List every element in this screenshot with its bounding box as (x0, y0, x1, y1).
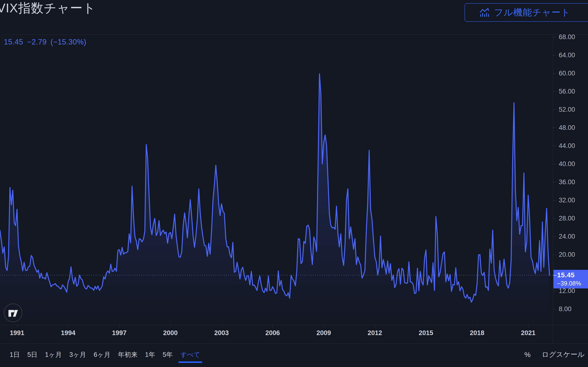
percent-scale-toggle[interactable]: % (524, 351, 531, 359)
y-axis-label: 48.00 (559, 124, 575, 132)
x-axis-label: 2021 (521, 329, 535, 337)
range-button[interactable]: 1ヶ月 (44, 350, 62, 359)
x-axis-tick (375, 325, 375, 327)
range-toolbar: 1日5日1ヶ月3ヶ月6ヶ月年初来1年5年すべて (9, 348, 201, 361)
x-axis-tick (528, 325, 529, 327)
range-button[interactable]: 5年 (162, 350, 173, 359)
y-axis-label: 44.00 (559, 142, 575, 150)
y-axis-tick (553, 37, 556, 37)
x-axis-label: 2003 (214, 329, 229, 337)
price-axis-badge: 15.45 −39.08% (554, 270, 588, 288)
y-axis-tick (553, 200, 556, 200)
active-range-underline (178, 361, 202, 363)
x-axis-tick (426, 325, 426, 327)
y-axis-label: 52.00 (559, 106, 575, 113)
x-axis-label: 2018 (470, 329, 484, 337)
x-axis-tick (324, 325, 324, 327)
chart-line-icon (479, 7, 490, 18)
y-axis-label: 20.00 (559, 251, 575, 259)
y-axis-tick (553, 146, 556, 146)
x-axis-tick (222, 325, 222, 327)
y-axis-label: 24.00 (559, 233, 575, 240)
x-axis-label: 2000 (163, 329, 178, 337)
x-axis-tick (477, 325, 477, 327)
y-axis-tick (553, 55, 556, 55)
range-button[interactable]: 6ヶ月 (93, 350, 111, 359)
y-axis-tick (553, 236, 556, 237)
y-axis-label: 36.00 (559, 178, 575, 186)
toolbar-divider (0, 343, 588, 343)
y-axis-tick (553, 73, 556, 74)
scale-controls: % ログスケール (524, 348, 585, 361)
x-axis-line (0, 325, 588, 325)
y-axis-label: 8.00 (559, 305, 572, 313)
full-chart-button[interactable]: フル機能チャート (465, 3, 588, 22)
x-axis-label: 1994 (61, 329, 75, 337)
log-scale-toggle[interactable]: ログスケール (542, 350, 585, 359)
badge-tick (554, 275, 556, 275)
range-button[interactable]: すべて (180, 350, 201, 359)
x-axis-label: 2006 (265, 329, 280, 337)
range-button[interactable]: 年初来 (117, 350, 138, 359)
page-title: VIX指数チャート (0, 0, 96, 16)
y-axis-label: 40.00 (559, 160, 575, 168)
vix-chart-widget: VIX指数チャート フル機能チャート 15.45 −2.79 (−15.30%)… (0, 0, 588, 367)
badge-change-percent: −39.08% (557, 279, 588, 287)
range-button[interactable]: 1年 (145, 350, 156, 359)
y-axis-tick (553, 109, 556, 110)
series-line (0, 74, 550, 302)
x-axis-label: 2015 (419, 329, 433, 337)
x-axis-tick (68, 325, 68, 327)
range-button[interactable]: 1日 (9, 350, 20, 359)
range-button[interactable]: 3ヶ月 (69, 350, 87, 359)
y-axis-label: 28.00 (559, 215, 575, 222)
series-area-fill (0, 74, 550, 325)
x-axis-tick (17, 325, 17, 327)
y-axis-label: 32.00 (559, 197, 575, 204)
full-chart-button-label: フル機能チャート (494, 6, 570, 19)
y-axis-tick (553, 309, 556, 309)
x-axis-label: 2012 (368, 329, 382, 337)
range-button[interactable]: 5日 (27, 350, 38, 359)
y-axis-label: 68.00 (559, 33, 575, 41)
y-axis-label: 56.00 (559, 88, 575, 95)
y-axis-tick (553, 291, 556, 291)
y-axis-tick (553, 164, 556, 164)
x-axis-tick (119, 325, 120, 327)
y-axis-tick (553, 255, 556, 255)
price-chart[interactable] (0, 34, 553, 325)
x-axis-label: 1991 (10, 329, 24, 337)
tradingview-logo[interactable] (3, 303, 23, 323)
badge-price: 15.45 (557, 271, 588, 279)
y-axis-tick (553, 218, 556, 218)
x-axis-tick (170, 325, 171, 327)
y-axis-tick (553, 92, 556, 92)
y-axis-label: 60.00 (559, 70, 575, 77)
y-axis-line (553, 34, 553, 343)
x-axis-label: 2009 (316, 329, 331, 337)
y-axis-tick (553, 128, 556, 128)
x-axis-tick (273, 325, 273, 327)
x-axis-label: 1997 (112, 329, 126, 337)
y-axis-label: 64.00 (559, 51, 575, 59)
y-axis-tick (553, 182, 556, 182)
